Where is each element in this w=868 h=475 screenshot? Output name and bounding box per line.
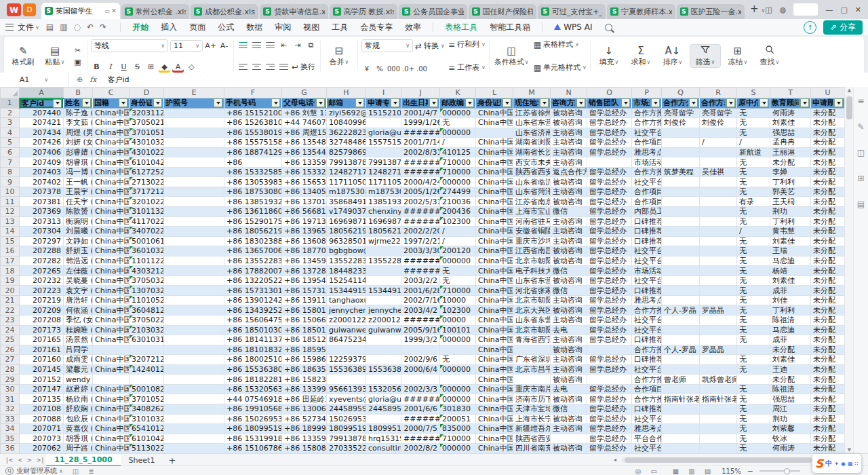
- row-header-35[interactable]: 35: [1, 434, 20, 444]
- cell-T14[interactable]: 黄韦慧: [770, 227, 811, 237]
- cell-K25[interactable]: 000000: [440, 335, 476, 345]
- cell-Q12[interactable]: [662, 207, 700, 217]
- close-icon[interactable]: ✕: [855, 5, 861, 14]
- column-header-U[interactable]: U: [811, 88, 845, 98]
- cell-F17[interactable]: +86 13552283: [224, 256, 282, 266]
- cell-E13[interactable]: [164, 216, 224, 227]
- cell-G19[interactable]: +86 1395468251: [282, 276, 327, 286]
- cell-J12[interactable]: ########: [401, 207, 440, 217]
- cell-P16[interactable]: 社交平台,: [632, 246, 662, 256]
- filter-button[interactable]: [316, 98, 325, 107]
- cell-B15[interactable]: 文静如 (女: [64, 236, 93, 246]
- cell-R25[interactable]: [700, 335, 737, 345]
- cell-R11[interactable]: [700, 197, 737, 207]
- cell-N34[interactable]: 主动咨询: [551, 424, 587, 434]
- cell-C9[interactable]: China中国: [93, 177, 130, 187]
- cell-C28[interactable]: China中国: [93, 364, 130, 375]
- cell-U36[interactable]: 未分配: [811, 444, 845, 453]
- cell-P17[interactable]: 社交平台,B: [632, 256, 662, 266]
- cell-E27[interactable]: [164, 355, 224, 365]
- cell-I10[interactable]: m1875308: [366, 187, 401, 197]
- cell-G36[interactable]: +86 1580841990: [282, 444, 327, 453]
- cell-I24[interactable]: guiwanwei: [366, 325, 401, 335]
- cell-N29[interactable]: 被动咨询: [551, 375, 587, 385]
- 求和-button[interactable]: Σ求和∨: [626, 45, 656, 67]
- cell-S14[interactable]: /: [737, 227, 770, 237]
- cell-N35[interactable]: [551, 434, 587, 444]
- cell-S19[interactable]: 无: [737, 276, 770, 286]
- cell-K2[interactable]: 000000: [440, 108, 476, 118]
- cell-G13[interactable]: +86 1971300890: [282, 216, 327, 227]
- header-cell-I1[interactable]: 申请专用: [366, 98, 401, 109]
- cell-H12[interactable]: v1749037: [327, 207, 366, 217]
- cell-O4[interactable]: 留学总经办: [587, 128, 632, 138]
- cell-O13[interactable]: 留学总经办: [587, 216, 632, 227]
- cell-A16[interactable]: 207288: [20, 246, 64, 256]
- cell-U17[interactable]: 未分配: [811, 256, 845, 266]
- cell-M4[interactable]: 山东省济南: [513, 128, 551, 138]
- cell-S31[interactable]: 无: [737, 394, 770, 404]
- cell-H5[interactable]: 327484864: [327, 138, 366, 148]
- header-cell-H1[interactable]: 邮箱: [327, 98, 366, 109]
- cell-R10[interactable]: [700, 187, 737, 197]
- cell-E3[interactable]: [164, 118, 224, 128]
- cell-L14[interactable]: China中国: [476, 227, 513, 237]
- wrap-text-button[interactable]: ↩换行: [292, 62, 315, 72]
- cell-Q33[interactable]: [662, 414, 700, 424]
- close-tab-icon[interactable]: ✕: [111, 7, 117, 14]
- cell-F11[interactable]: +86 13851932: [224, 197, 282, 207]
- cell-F28[interactable]: +86 15536380: [224, 364, 282, 375]
- cell-N8[interactable]: 返点合作方: [551, 167, 587, 177]
- cell-N31[interactable]: 被动咨询: [551, 394, 587, 404]
- document-tab[interactable]: S英国留学生▭✕: [41, 3, 120, 19]
- cell-T10[interactable]: 郭美艺: [770, 187, 811, 197]
- zoom-out-button[interactable]: −: [747, 467, 753, 475]
- number-format-¥-button[interactable]: ¥: [361, 65, 372, 73]
- cell-Q20[interactable]: [662, 286, 700, 296]
- docs-home-icon[interactable]: D: [23, 3, 36, 16]
- header-cell-O1[interactable]: 销售团队: [587, 98, 632, 109]
- cell-F32[interactable]: +86 19910568: [224, 404, 282, 414]
- cell-T23[interactable]: 陈祖清: [770, 316, 811, 326]
- cell-T19[interactable]: 刘素佳: [770, 276, 811, 286]
- row-header-25[interactable]: 25: [1, 335, 20, 345]
- 冻结-button[interactable]: ⊞冻结∨: [723, 45, 753, 67]
- cell-D7[interactable]: 610104200212213421: [130, 157, 164, 168]
- cell-I36[interactable]: consulting: [366, 444, 401, 453]
- cell-N16[interactable]: 被动咨询: [551, 246, 587, 256]
- cell-Q17[interactable]: [662, 256, 700, 266]
- cell-U11[interactable]: 未分配: [811, 197, 845, 207]
- cell-P23[interactable]: 社交平台/: [632, 316, 662, 326]
- cell-S13[interactable]: 无: [737, 216, 770, 227]
- cell-O35[interactable]: 留学总经办: [587, 434, 632, 444]
- cell-S27[interactable]: 无: [737, 355, 770, 365]
- column-header-H[interactable]: H: [327, 88, 366, 98]
- header-cell-G1[interactable]: 父母电话号码: [282, 98, 327, 109]
- cell-K4[interactable]: 000000: [440, 128, 476, 138]
- cell-G29[interactable]: +86 1582391866: [282, 375, 327, 385]
- header-cell-L1[interactable]: 身份证地: [476, 98, 513, 109]
- cell-L2[interactable]: China中国: [476, 108, 513, 118]
- cell-L19[interactable]: China中国: [476, 276, 513, 286]
- cell-E34[interactable]: [164, 424, 224, 434]
- cell-F14[interactable]: +86 18056219: [224, 227, 282, 237]
- cell-A13[interactable]: 207313: [20, 216, 64, 227]
- cell-H22[interactable]: jennychen: [327, 305, 366, 316]
- header-cell-R1[interactable]: 合作方名: [700, 98, 737, 109]
- header-cell-M1[interactable]: 现住地址: [513, 98, 551, 109]
- cell-M15[interactable]: 重庆市沙坪: [513, 236, 551, 246]
- frame-pane-icon[interactable]: ◫: [857, 148, 865, 157]
- column-header-C[interactable]: C: [93, 88, 130, 98]
- cell-D10[interactable]: 371721200501264452: [130, 187, 164, 197]
- menu-item-智能工具箱[interactable]: 智能工具箱: [490, 22, 530, 33]
- row-header-15[interactable]: 15: [1, 236, 20, 246]
- cell-T31[interactable]: 强思喆: [770, 394, 811, 404]
- cell-J18[interactable]: ########: [401, 266, 440, 276]
- cell-S5[interactable]: /: [737, 138, 770, 148]
- cell-I7[interactable]: 799138782: [366, 157, 401, 168]
- chevron-up-icon[interactable]: ∧: [59, 468, 63, 474]
- cell-D16[interactable]: 360103200303300725: [130, 246, 164, 256]
- cell-G11[interactable]: +86 1370140948: [282, 197, 327, 207]
- cell-L21[interactable]: China中国: [476, 295, 513, 305]
- cell-E21[interactable]: [164, 295, 224, 305]
